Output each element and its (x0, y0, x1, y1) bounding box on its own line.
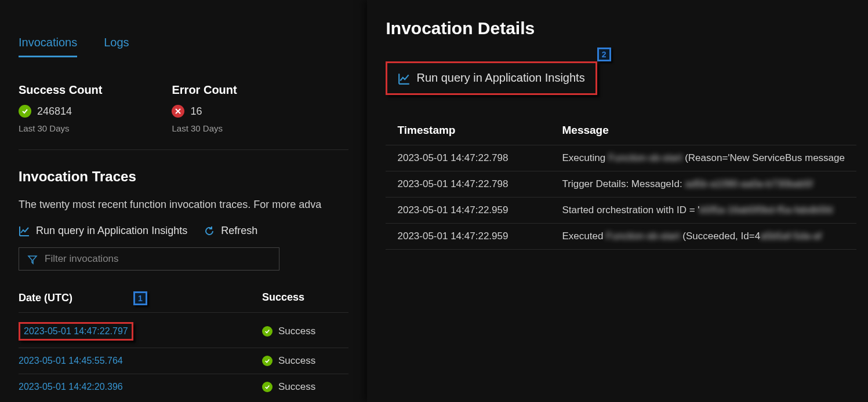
x-icon (172, 105, 184, 118)
error-count-label: Error Count (172, 83, 237, 97)
details-row-0: 2023-05-01 14:47:22.798 Executing Functi… (386, 145, 856, 171)
details-row-1: 2023-05-01 14:47:22.798 Trigger Details:… (386, 171, 856, 198)
invocation-status-2: Success (278, 381, 315, 393)
col-header-message: Message (562, 124, 608, 137)
details-run-query-label: Run query in Application Insights (416, 71, 584, 85)
success-count-block: Success Count 246814 Last 30 Days (19, 83, 102, 133)
col-header-success: Success (262, 291, 304, 305)
filter-invocations-box[interactable] (19, 247, 279, 271)
callout-badge-2: 2 (597, 47, 611, 61)
refresh-label: Refresh (221, 225, 257, 237)
details-row-3: 2023-05-01 14:47:22.959 Executed Functio… (386, 224, 856, 250)
success-count-value: 246814 (37, 105, 72, 118)
line-chart-icon (19, 225, 30, 237)
run-query-label: Run query in Application Insights (36, 225, 187, 237)
invocation-date-link-2[interactable]: 2023-05-01 14:42:20.396 (19, 382, 123, 392)
error-count-value: 16 (190, 105, 202, 118)
details-row-2: 2023-05-01 14:47:22.959 Started orchestr… (386, 198, 856, 224)
line-chart-icon (398, 71, 411, 85)
tab-logs[interactable]: Logs (104, 36, 129, 57)
run-query-button[interactable]: Run query in Application Insights (19, 225, 187, 237)
success-count-sub: Last 30 Days (19, 123, 102, 133)
check-icon (19, 105, 31, 118)
traces-description: The twenty most recent function invocati… (19, 199, 348, 211)
check-icon (262, 326, 273, 337)
tab-invocations[interactable]: Invocations (19, 36, 77, 57)
invocation-status-0: Success (278, 326, 315, 337)
error-count-block: Error Count 16 Last 30 Days (172, 83, 237, 133)
filter-icon (27, 254, 38, 265)
invocation-date-link-1[interactable]: 2023-05-01 14:45:55.764 (19, 356, 123, 366)
tab-bar: Invocations Logs (19, 36, 348, 58)
invocation-date-link-0[interactable]: 2023-05-01 14:47:22.797 (24, 326, 128, 336)
check-icon (262, 382, 273, 392)
traces-heading: Invocation Traces (19, 169, 348, 185)
col-header-date: Date (UTC) 1 (19, 291, 262, 305)
details-run-query-button[interactable]: Run query in Application Insights (398, 71, 584, 85)
success-count-label: Success Count (19, 83, 102, 97)
callout-row-1: 2023-05-01 14:47:22.797 (19, 322, 133, 341)
callout-badge-1: 1 (133, 291, 147, 305)
col-header-timestamp: Timestamp (397, 124, 562, 137)
error-count-sub: Last 30 Days (172, 123, 237, 133)
check-icon (262, 356, 273, 366)
details-heading: Invocation Details (386, 19, 868, 38)
callout-run-query: Run query in Application Insights (386, 61, 597, 95)
refresh-icon (204, 225, 215, 237)
refresh-button[interactable]: Refresh (204, 225, 257, 237)
filter-invocations-input[interactable] (45, 253, 271, 265)
invocation-status-1: Success (278, 355, 315, 367)
